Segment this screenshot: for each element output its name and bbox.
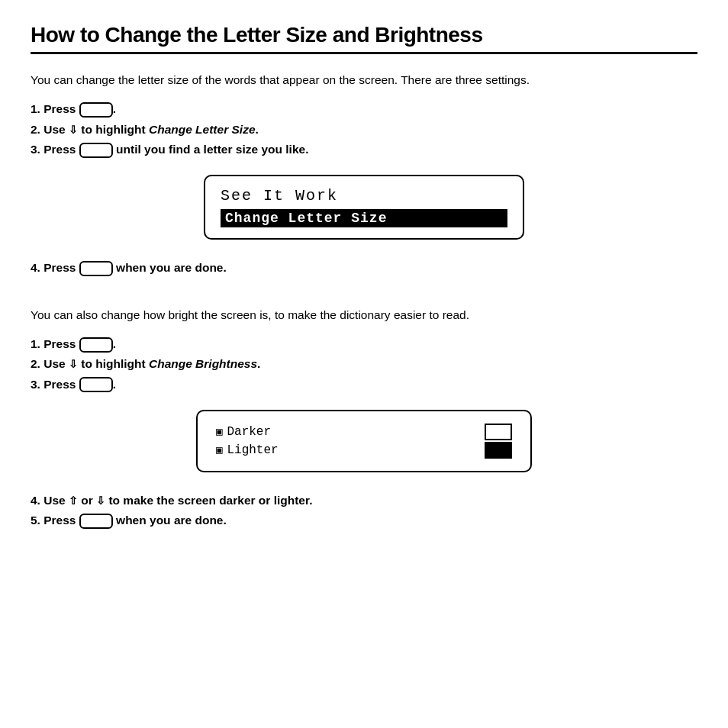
darker-icon: ▣ [216,425,222,438]
screen-demo-1: See It Work Change Letter Size [204,175,524,240]
section2-step2-highlight: Change Brightness [149,357,257,370]
section2-step1-text: 1. Press [31,337,76,350]
section2-step5-text: 5. Press [31,514,76,527]
section2-step1-suffix: . [113,337,116,350]
step3-suffix: until you find a letter size you like. [116,143,308,156]
screen-line2: Change Letter Size [221,209,507,227]
section2-step1-button[interactable] [79,337,113,353]
screen-demo-2: ▣ Darker ▣ Lighter [196,410,532,472]
step3-line: 3. Press until you find a letter size yo… [31,140,697,159]
section2-step2-suffix: . [257,357,260,370]
step2-prefix: 2. Use [31,123,66,136]
step1-text: 1. Press [31,102,76,115]
step1-line: 1. Press . [31,99,697,119]
section2-step2-prefix: 2. Use [31,357,66,370]
step4-text: 4. Press [31,261,76,274]
up-arrow-icon: ⇧ [69,492,78,511]
title-divider [31,52,697,54]
section2-step3-button[interactable] [79,377,113,392]
section2-step3-text: 3. Press [31,378,76,391]
step4-line: 4. Press when you are done. [31,258,697,278]
darker-option: ▣ Darker [216,425,279,439]
section2-step5-line: 5. Press when you are done. [31,511,697,530]
brightness-slider [485,424,512,459]
section2-step4-prefix: 4. Use [31,494,66,507]
page-title: How to Change the Letter Size and Bright… [31,23,697,47]
section2-step3-line: 3. Press . [31,375,697,395]
section2-intro: You can also change how bright the scree… [31,306,687,324]
down-arrow-icon: ⇩ [69,121,78,140]
section2-steps: 1. Press . 2. Use ⇩ to highlight Change … [31,334,697,395]
step4-suffix: when you are done. [116,261,227,274]
darker-label: Darker [227,425,271,439]
step2-middle: to highlight [81,123,149,136]
slider-top [485,424,512,440]
step1-button[interactable] [79,102,113,118]
section2-step4-down-arrow-icon: ⇩ [96,492,105,511]
section2-step1-line: 1. Press . [31,334,697,354]
step2-highlight: Change Letter Size [149,123,256,136]
section2-step3-suffix: . [113,378,116,391]
section1-intro: You can change the letter size of the wo… [31,71,687,89]
section2-step2-middle: to highlight [81,357,149,370]
brightness-options: ▣ Darker ▣ Lighter [216,425,279,457]
lighter-option: ▣ Lighter [216,443,279,457]
section2-step4-suffix: to make the screen darker or lighter. [108,494,312,507]
step4-button[interactable] [79,261,113,276]
step2-line: 2. Use ⇩ to highlight Change Letter Size… [31,120,697,140]
step1-suffix: . [113,102,116,115]
section1-steps: 1. Press . 2. Use ⇩ to highlight Change … [31,99,697,159]
section2-step5-suffix: when you are done. [116,514,227,527]
section2-step5-button[interactable] [79,514,113,529]
lighter-icon: ▣ [216,443,222,456]
lighter-label: Lighter [227,443,278,457]
step3-text: 3. Press [31,143,76,156]
section2-step2-line: 2. Use ⇩ to highlight Change Brightness. [31,354,697,374]
step3-button[interactable] [79,143,113,158]
section2-step4-line: 4. Use ⇧ or ⇩ to make the screen darker … [31,491,697,511]
section2-step4-middle: or [81,494,96,507]
section1-step4: 4. Press when you are done. [31,258,697,278]
slider-bottom [485,442,512,459]
section2-steps-4-5: 4. Use ⇧ or ⇩ to make the screen darker … [31,491,697,531]
section2-down-arrow-icon: ⇩ [69,356,78,374]
step2-suffix: . [256,123,259,136]
screen-line1: See It Work [221,187,507,205]
